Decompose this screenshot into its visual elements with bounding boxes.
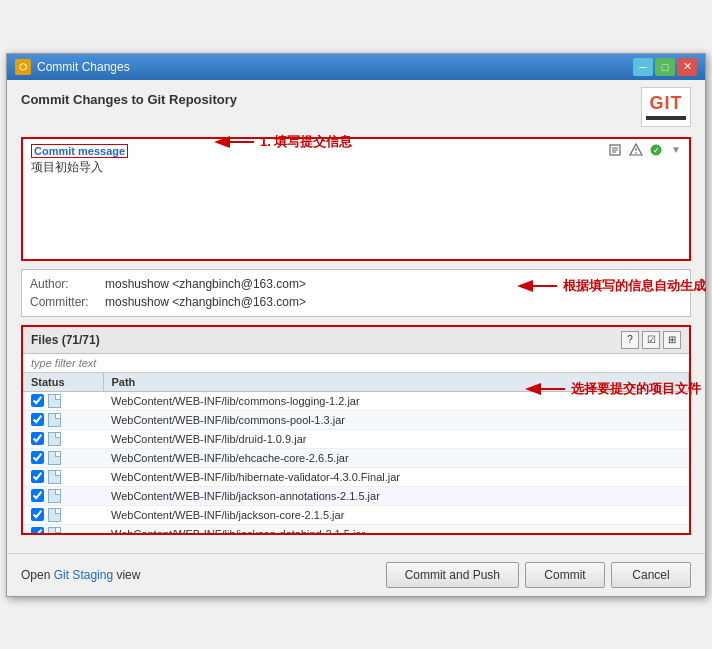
file-status-cell [23, 525, 103, 533]
annotation-fill-info: 1. 填写提交信息 [216, 133, 352, 151]
author-label: Author: [30, 277, 105, 291]
files-count: Files (71/71) [31, 333, 100, 347]
commit-and-push-button[interactable]: Commit and Push [386, 562, 519, 588]
git-staging-link[interactable]: Git Staging [54, 568, 113, 582]
cancel-button[interactable]: Cancel [611, 562, 691, 588]
file-icon [48, 394, 61, 408]
file-path-cell: WebContent/WEB-INF/lib/jackson-core-2.1.… [103, 506, 689, 525]
commit-button[interactable]: Commit [525, 562, 605, 588]
file-checkbox[interactable] [31, 413, 44, 426]
files-check-icon[interactable]: ☑ [642, 331, 660, 349]
table-row: WebContent/WEB-INF/lib/druid-1.0.9.jar [23, 430, 689, 449]
file-icon [48, 489, 61, 503]
title-bar: ⬡ Commit Changes ─ □ ✕ [7, 54, 705, 80]
dialog-content: Commit Changes to Git Repository GIT 1. [7, 80, 705, 553]
file-icon [48, 432, 61, 446]
view-label: view [116, 568, 140, 582]
files-header: Files (71/71) ? ☑ ⊞ [23, 327, 689, 354]
close-button[interactable]: ✕ [677, 58, 697, 76]
window-title: Commit Changes [37, 60, 130, 74]
file-icon [48, 508, 61, 522]
title-bar-left: ⬡ Commit Changes [15, 59, 130, 75]
file-path-cell: WebContent/WEB-INF/lib/jackson-annotatio… [103, 487, 689, 506]
maximize-button[interactable]: □ [655, 58, 675, 76]
svg-point-7 [635, 152, 637, 154]
file-checkbox[interactable] [31, 451, 44, 464]
minimize-button[interactable]: ─ [633, 58, 653, 76]
file-status-cell [23, 392, 103, 411]
file-path-cell: WebContent/WEB-INF/lib/druid-1.0.9.jar [103, 430, 689, 449]
files-expand-icon[interactable]: ⊞ [663, 331, 681, 349]
action-buttons: Commit and Push Commit Cancel [386, 562, 691, 588]
file-icon [48, 451, 61, 465]
file-checkbox[interactable] [31, 527, 44, 533]
file-checkbox[interactable] [31, 394, 44, 407]
files-help-icon[interactable]: ? [621, 331, 639, 349]
file-status-cell [23, 506, 103, 525]
main-window: ⬡ Commit Changes ─ □ ✕ Commit Changes to… [6, 53, 706, 597]
filter-input[interactable] [23, 354, 689, 373]
file-checkbox[interactable] [31, 432, 44, 445]
annotation-select-files: 选择要提交的项目文件 [527, 380, 701, 398]
commit-message-label: Commit message [31, 144, 128, 158]
file-icon [48, 527, 61, 533]
committer-row: Committer: moshushow <zhangbinch@163.com… [30, 293, 682, 311]
committer-label: Committer: [30, 295, 105, 309]
file-checkbox[interactable] [31, 470, 44, 483]
col-status: Status [23, 373, 103, 392]
file-icon [48, 413, 61, 427]
files-toolbar: ? ☑ ⊞ [621, 331, 681, 349]
bottom-bar: Open Git Staging view Commit and Push Co… [7, 553, 705, 596]
git-staging-link-area: Open Git Staging view [21, 568, 140, 582]
table-row: WebContent/WEB-INF/lib/hibernate-validat… [23, 468, 689, 487]
open-label: Open [21, 568, 50, 582]
dialog-title: Commit Changes to Git Repository [21, 92, 237, 107]
annotation-auto-gen: 根据填写的信息自动生成 [519, 277, 706, 295]
table-row: WebContent/WEB-INF/lib/commons-pool-1.3.… [23, 411, 689, 430]
file-path-cell: WebContent/WEB-INF/lib/commons-pool-1.3.… [103, 411, 689, 430]
svg-text:✓: ✓ [653, 147, 659, 154]
files-section: Files (71/71) ? ☑ ⊞ Status Path [21, 325, 691, 535]
window-icon: ⬡ [15, 59, 31, 75]
toolbar-icon-green[interactable]: ✓ [647, 141, 665, 159]
toolbar-icon-2[interactable] [627, 141, 645, 159]
git-logo: GIT [641, 87, 691, 127]
file-checkbox[interactable] [31, 489, 44, 502]
title-buttons: ─ □ ✕ [633, 58, 697, 76]
file-status-cell [23, 468, 103, 487]
file-checkbox[interactable] [31, 508, 44, 521]
file-path-cell: WebContent/WEB-INF/lib/jackson-databind-… [103, 525, 689, 533]
file-status-cell [23, 449, 103, 468]
table-row: WebContent/WEB-INF/lib/jackson-annotatio… [23, 487, 689, 506]
committer-value: moshushow <zhangbinch@163.com> [105, 295, 306, 309]
file-status-cell [23, 411, 103, 430]
file-status-cell [23, 487, 103, 506]
git-logo-bar [646, 116, 686, 120]
file-status-cell [23, 430, 103, 449]
table-row: WebContent/WEB-INF/lib/jackson-core-2.1.… [23, 506, 689, 525]
file-path-cell: WebContent/WEB-INF/lib/ehcache-core-2.6.… [103, 449, 689, 468]
toolbar-icon-1[interactable] [607, 141, 625, 159]
files-section-wrapper: 选择要提交的项目文件 Files (71/71) ? ☑ ⊞ [21, 325, 691, 535]
author-value: moshushow <zhangbinch@163.com> [105, 277, 306, 291]
git-logo-text: GIT [650, 93, 683, 114]
file-path-cell: WebContent/WEB-INF/lib/hibernate-validat… [103, 468, 689, 487]
toolbar-icon-expand[interactable]: ▼ [667, 141, 685, 159]
commit-message-section: Commit message [21, 137, 691, 261]
table-row: WebContent/WEB-INF/lib/ehcache-core-2.6.… [23, 449, 689, 468]
file-icon [48, 470, 61, 484]
message-toolbar: ✓ ▼ [607, 141, 685, 159]
files-table-body: WebContent/WEB-INF/lib/commons-logging-1… [23, 391, 689, 533]
table-row: WebContent/WEB-INF/lib/jackson-databind-… [23, 525, 689, 533]
